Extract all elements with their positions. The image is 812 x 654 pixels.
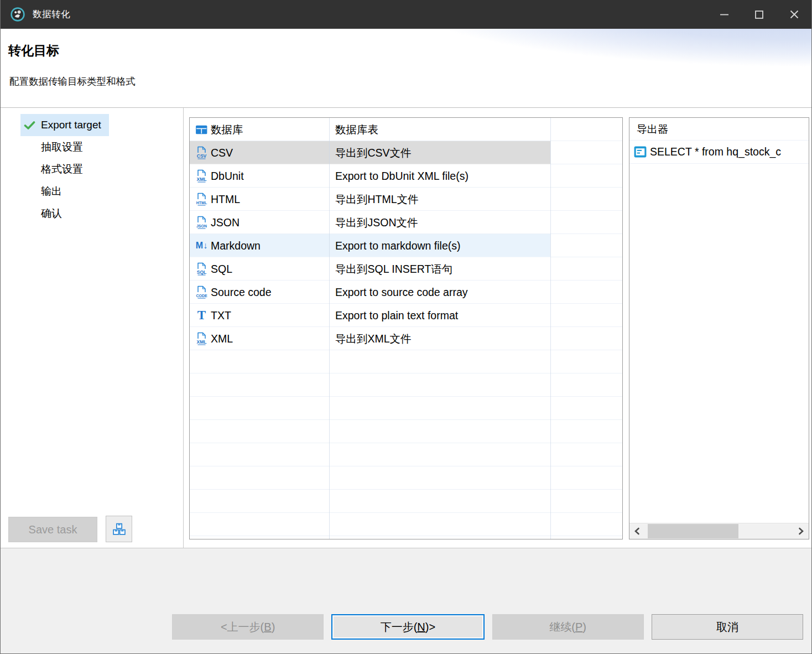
dbunit-xml-file-icon: XML xyxy=(195,169,209,183)
database-table-icon xyxy=(195,123,209,137)
step-output[interactable]: 输出 xyxy=(20,180,70,203)
table-row-markdown[interactable]: M↓ Markdown Export to markdown file(s) xyxy=(190,234,622,257)
source-code-file-icon: CODE xyxy=(195,286,209,299)
table-row-csv[interactable]: CSV CSV 导出到CSV文件 xyxy=(190,141,622,164)
scroll-right-button[interactable] xyxy=(794,523,809,539)
format-description: 导出到SQL INSERT语句 xyxy=(329,257,550,281)
page-subtitle: 配置数据传输目标类型和格式 xyxy=(9,75,136,88)
xml-file-icon: XML xyxy=(195,332,209,346)
format-name: SQL xyxy=(211,263,232,276)
cancel-button[interactable]: 取消 xyxy=(652,614,803,640)
window-title: 数据转化 xyxy=(33,8,70,20)
format-description: 导出到XML文件 xyxy=(329,327,550,350)
step-label: 格式设置 xyxy=(41,162,83,177)
json-file-icon: JSON xyxy=(195,216,209,230)
export-format-table: 数据库 数据库表 CSV CSV 导出到CSV文件 xyxy=(189,117,623,539)
chevron-left-icon xyxy=(634,527,640,535)
svg-text:SQL: SQL xyxy=(197,269,206,274)
minimize-button[interactable] xyxy=(707,0,742,29)
format-name: 数据库 xyxy=(211,122,243,137)
step-confirm[interactable]: 确认 xyxy=(20,203,70,225)
format-description: Export to source code array xyxy=(329,281,550,304)
format-description: 导出到JSON文件 xyxy=(329,211,550,234)
step-label: 输出 xyxy=(41,184,62,199)
step-extraction-settings[interactable]: 抽取设置 xyxy=(20,136,91,158)
wizard-content: Export target 抽取设置 格式设置 输出 确认 xyxy=(1,108,811,548)
page-title: 转化目标 xyxy=(8,42,59,59)
dialog-footer: <上一步(B) 下一步(N)> 继续(P) 取消 xyxy=(1,548,811,653)
close-button[interactable] xyxy=(777,0,811,29)
wizard-steps-sidebar: Export target 抽取设置 格式设置 输出 确认 xyxy=(1,108,184,548)
txt-icon: T xyxy=(195,309,209,323)
step-format-settings[interactable]: 格式设置 xyxy=(20,158,91,180)
scrollbar-thumb[interactable] xyxy=(648,524,738,538)
title-bar: 数据转化 xyxy=(1,0,811,29)
format-name: DbUnit xyxy=(211,170,244,183)
task-boxes-icon xyxy=(112,522,126,536)
exporter-column-header: 导出器 xyxy=(629,118,809,141)
format-name: JSON xyxy=(211,216,240,229)
sql-file-icon: SQL xyxy=(195,262,209,276)
maximize-button[interactable] xyxy=(742,0,777,29)
green-check-icon xyxy=(24,120,41,131)
markdown-icon: M↓ xyxy=(195,239,209,253)
format-description: Export to plain text format xyxy=(329,304,550,327)
step-label: 确认 xyxy=(41,206,62,221)
format-name: TXT xyxy=(211,309,231,322)
svg-text:JSON: JSON xyxy=(196,224,207,227)
format-name: XML xyxy=(211,333,233,345)
exporter-item[interactable]: SELECT * from hq_stock_c xyxy=(629,141,809,164)
html-file-icon: HTML xyxy=(195,193,209,206)
format-description: 数据库表 xyxy=(329,118,550,141)
svg-text:HTML: HTML xyxy=(196,200,207,204)
scrollbar-track[interactable] xyxy=(644,523,794,539)
table-row-json[interactable]: JSON JSON 导出到JSON文件 xyxy=(190,211,622,234)
table-row-source-code[interactable]: CODE Source code Export to source code a… xyxy=(190,281,622,304)
footer-buttons: <上一步(B) 下一步(N)> 继续(P) 取消 xyxy=(172,614,803,640)
step-export-target[interactable]: Export target xyxy=(20,114,109,136)
column-divider xyxy=(550,118,551,539)
scroll-left-button[interactable] xyxy=(629,523,644,539)
column-divider xyxy=(329,118,330,539)
format-description: 导出到CSV文件 xyxy=(329,141,550,164)
maximize-icon xyxy=(755,11,763,19)
format-description: Export to markdown file(s) xyxy=(329,234,550,257)
svg-text:XML: XML xyxy=(197,176,207,181)
format-name: Source code xyxy=(211,286,272,299)
step-label: 抽取设置 xyxy=(41,140,83,154)
format-description: 导出到HTML文件 xyxy=(329,188,550,211)
svg-text:CSV: CSV xyxy=(197,153,207,158)
table-row-txt[interactable]: T TXT Export to plain text format xyxy=(190,304,622,327)
table-row-database[interactable]: 数据库 数据库表 xyxy=(190,118,622,141)
csv-file-icon: CSV xyxy=(195,146,209,160)
format-description: Export to DbUnit XML file(s) xyxy=(329,164,550,188)
svg-text:XML: XML xyxy=(197,339,207,344)
format-name: CSV xyxy=(211,147,233,159)
data-transfer-dialog: 数据转化 转化目标 配置数据传输目标类型和格式 xyxy=(0,0,812,654)
proceed-button[interactable]: 继续(P) xyxy=(492,614,644,640)
step-label: Export target xyxy=(41,119,101,131)
exporter-item-label: SELECT * from hq_stock_c xyxy=(650,146,781,158)
horizontal-scrollbar[interactable] xyxy=(629,523,809,539)
close-icon xyxy=(790,10,799,19)
wizard-banner: 转化目标 配置数据传输目标类型和格式 xyxy=(1,29,811,108)
sql-script-icon xyxy=(633,145,647,159)
back-button[interactable]: <上一步(B) xyxy=(172,614,324,640)
table-row-dbunit[interactable]: XML DbUnit Export to DbUnit XML file(s) xyxy=(190,164,622,188)
next-button[interactable]: 下一步(N)> xyxy=(331,614,484,640)
table-row-sql[interactable]: SQL SQL 导出到SQL INSERT语句 xyxy=(190,257,622,281)
app-logo-icon xyxy=(10,7,25,22)
format-name: Markdown xyxy=(211,240,261,252)
save-task-button[interactable]: Save task xyxy=(8,517,97,542)
chevron-right-icon xyxy=(798,527,804,535)
window-controls xyxy=(707,0,811,29)
banner-decoration xyxy=(386,29,811,69)
format-name: HTML xyxy=(211,193,240,206)
minimize-icon xyxy=(720,14,728,15)
svg-text:CODE: CODE xyxy=(196,293,207,297)
table-row-html[interactable]: HTML HTML 导出到HTML文件 xyxy=(190,188,622,211)
table-row-xml[interactable]: XML XML 导出到XML文件 xyxy=(190,327,622,350)
open-tasks-button[interactable] xyxy=(106,516,132,542)
exporter-panel: 导出器 SELECT * from hq_stock_c xyxy=(629,117,809,539)
